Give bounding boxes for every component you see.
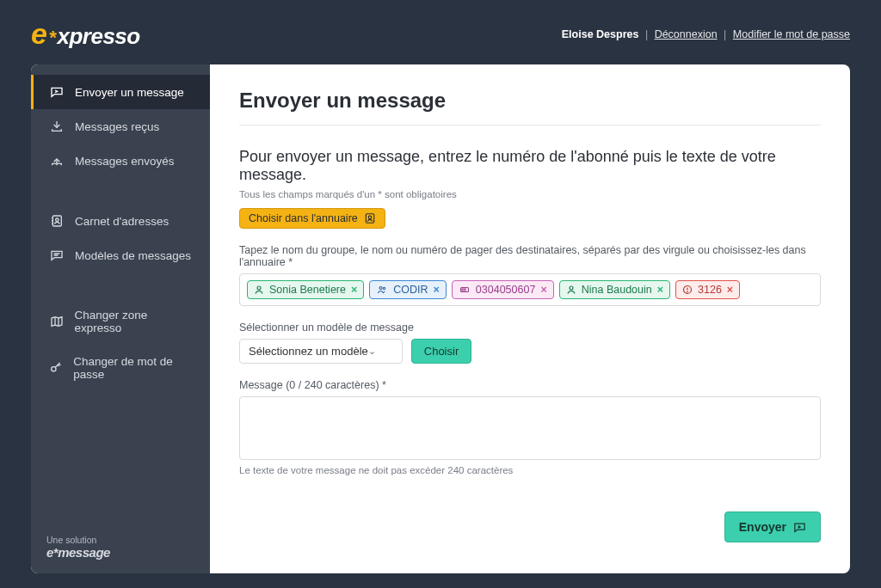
pager-icon [459,285,471,295]
svg-point-2 [52,367,56,371]
sidebar-item-inbox[interactable]: Messages reçus [31,109,210,144]
svg-point-6 [379,287,382,290]
svg-point-1 [56,218,59,221]
user-name: Eloise Despres [562,28,639,40]
recipients-input[interactable]: Sonia Benetiere × CODIR × 0304050607 × N… [239,273,821,306]
choose-directory-button[interactable]: Choisir dans l'annuaire [239,208,385,229]
svg-point-7 [384,287,386,290]
map-icon [49,315,65,328]
sidebar-item-send-message[interactable]: Envoyer un message [31,75,210,109]
sidebar-item-label: Messages envoyés [75,155,175,168]
main-panel: Envoyer un message Pour envoyer un messa… [210,64,850,573]
sidebar-item-label: Changer de mot de passe [73,355,194,381]
person-icon [254,285,264,295]
tag-remove-icon[interactable]: × [351,284,357,296]
tag-remove-icon[interactable]: × [434,284,440,296]
tag-remove-icon[interactable]: × [727,284,733,296]
person-icon [566,285,576,295]
chat-send-icon [49,85,65,99]
recipient-tag-error: 3126 × [675,280,740,299]
svg-point-4 [368,216,372,219]
app-logo: e*xpresso [31,17,140,51]
recipient-tag-person: Nina Baudouin × [559,280,670,299]
sidebar-item-label: Carnet d'adresses [75,215,169,228]
sidebar-item-label: Modèles de messages [75,249,191,262]
tag-remove-icon[interactable]: × [540,284,546,296]
model-label: Sélectionner un modèle de message [239,322,821,334]
user-links: Eloise Despres | Déconnexion | Modifier … [562,28,850,40]
download-icon [49,119,65,133]
key-icon [49,361,63,375]
sidebar-item-label: Messages reçus [75,120,159,133]
recipient-tag-group: CODIR × [369,280,447,299]
contact-book-icon [364,212,376,224]
sidebar-item-zone[interactable]: Changer zone expresso [31,298,210,345]
svg-point-12 [687,291,688,292]
svg-point-10 [570,286,573,290]
required-hint: Tous les champs marqués d'un * sont obli… [239,189,821,199]
sidebar-item-password[interactable]: Changer de mot de passe [31,345,210,391]
sidebar-footer: Une solution e*message [31,521,210,573]
sidebar-item-templates[interactable]: Modèles de messages [31,238,210,273]
sidebar-item-sent[interactable]: Messages envoyés [31,144,210,178]
tag-remove-icon[interactable]: × [657,284,663,296]
sidebar-item-addressbook[interactable]: Carnet d'adresses [31,204,210,238]
message-hint: Le texte de votre message ne doit pas ex… [239,465,821,475]
recipients-label: Tapez le nom du groupe, le nom ou numéro… [239,244,821,268]
svg-point-5 [257,286,261,290]
intro-text: Pour envoyer un message, entrez le numér… [239,148,821,184]
sidebar-item-label: Changer zone expresso [75,309,194,334]
group-icon [376,285,388,295]
divider [239,125,821,126]
send-button[interactable]: Envoyer [724,511,821,542]
svg-rect-9 [462,289,465,291]
recipient-tag-pager: 0304050607 × [452,280,554,299]
message-label: Message (0 / 240 caractères) * [239,379,821,391]
sidebar: Envoyer un message Messages reçus Messag… [31,64,210,573]
alert-icon [682,285,693,295]
sidebar-item-label: Envoyer un message [75,86,184,99]
upload-icon [49,154,65,168]
chat-template-icon [49,248,65,262]
template-select[interactable]: Sélectionnez un modèle ⌄ [239,339,403,364]
page-title: Envoyer un message [239,89,821,113]
recipient-tag-person: Sonia Benetiere × [247,280,364,299]
chevron-down-icon: ⌄ [368,346,376,357]
choose-template-button[interactable]: Choisir [411,339,471,364]
addressbook-icon [49,214,65,228]
change-password-link[interactable]: Modifier le mot de passe [733,28,850,40]
message-textarea[interactable] [239,396,821,460]
chat-send-icon [793,521,806,534]
logout-link[interactable]: Déconnexion [655,28,718,40]
